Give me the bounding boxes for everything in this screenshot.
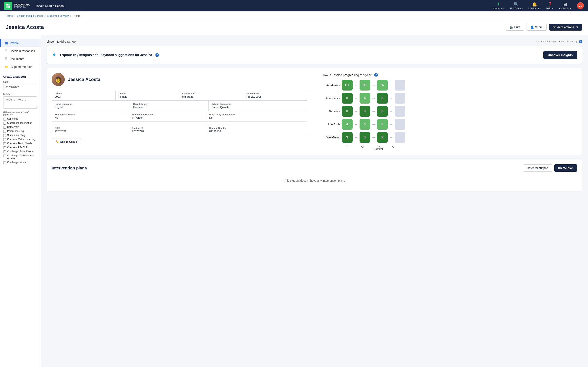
form-title: Create a support	[3, 75, 37, 78]
arrow-connector: →	[354, 96, 358, 100]
notifications-button[interactable]: 🔔 Notifications	[528, 2, 541, 9]
vertical-divider	[312, 73, 312, 150]
grade-box[interactable]: 0	[360, 106, 370, 117]
share-button[interactable]: 👤 Share	[527, 24, 546, 31]
help-button[interactable]: ❓ Help ↗	[546, 2, 553, 10]
sidebar-item-profile[interactable]: ▦ Profile	[0, 39, 41, 47]
uncover-insights-button[interactable]: Uncover insights	[543, 51, 577, 59]
preK-value: No	[209, 116, 304, 119]
sidebar-item-checkin[interactable]: ☰ Check-in responses	[0, 47, 41, 55]
svg-rect-0	[6, 4, 8, 6]
add-to-group-button[interactable]: ✏️ Add to Group	[52, 138, 81, 145]
checkbox-item[interactable]: Challenge: Tech/Internet Access	[3, 154, 37, 160]
checkbox-input[interactable]	[3, 150, 6, 153]
grade-box[interactable]	[395, 132, 405, 143]
grade-box[interactable]: 4	[342, 119, 353, 130]
grade-box[interactable]: C+	[360, 80, 370, 91]
section504-value: No	[55, 116, 126, 119]
grade-box[interactable]: 0	[342, 106, 353, 117]
breadcrumb-sep-3: ›	[70, 14, 71, 17]
checkbox-item[interactable]: Check-in: Life Skills	[3, 146, 37, 149]
add-to-group-label: Add to Group	[60, 140, 77, 143]
checkbox-item[interactable]: Call home	[3, 117, 37, 120]
checkbox-input[interactable]	[3, 134, 6, 137]
checkbox-input[interactable]	[3, 122, 6, 125]
checkbox-input[interactable]	[3, 118, 6, 120]
preK-label: Pre K Early Intervention	[209, 113, 304, 116]
grade-box[interactable]: 0	[377, 93, 388, 104]
checkbox-label: Home visit	[7, 125, 18, 128]
grade-box[interactable]: 3	[377, 119, 388, 130]
sync-time: about 2 hours ago	[558, 40, 578, 43]
grade-box[interactable]	[395, 93, 405, 104]
create-plan-button[interactable]: Create plan	[554, 164, 577, 172]
checkbox-input[interactable]	[3, 146, 6, 149]
help-label: Help ↗	[546, 7, 553, 10]
checkbox-label: Parent meeting	[7, 130, 24, 133]
print-button[interactable]: 🖨️ Print	[506, 24, 524, 31]
progress-row-label: Life Skills	[322, 123, 340, 126]
checkbox-item[interactable]: Check-in: Basic Needs	[3, 142, 37, 145]
grade-box[interactable]: 4	[360, 119, 370, 130]
grade-box[interactable]: C-	[377, 80, 388, 91]
grade-box[interactable]: 0	[342, 93, 353, 104]
checkbox-input[interactable]	[3, 142, 6, 145]
progress-row-label: Well-Being	[322, 136, 340, 139]
grade-box[interactable]	[395, 80, 405, 91]
grade-box[interactable]	[395, 106, 405, 117]
arrow-connector: →	[354, 135, 358, 140]
checkbox-list: Call homeClassroom observationHome visit…	[3, 117, 37, 164]
student-card-inner: 👩 Jessica Acosta Cohort 2023	[52, 73, 577, 150]
checkbox-item[interactable]: Challenge: Basic Needs	[3, 150, 37, 153]
checkbox-input[interactable]	[3, 155, 6, 157]
grade-box[interactable]	[395, 119, 405, 130]
insights-tooltip-icon[interactable]: ?	[155, 53, 159, 57]
grade-box[interactable]: 4	[360, 93, 370, 104]
profile-button[interactable]: CL	[577, 2, 584, 9]
checkbox-item[interactable]: Parent meeting	[3, 130, 37, 133]
checkbox-input[interactable]	[3, 138, 6, 141]
breadcrumb-school[interactable]: Lincoln Middle School	[17, 14, 43, 17]
grade-box[interactable]: 3	[377, 132, 388, 143]
checkbox-input[interactable]	[3, 126, 6, 129]
solara-chat-button[interactable]: ✦ Solara Chat	[493, 2, 504, 10]
progress-tooltip-icon[interactable]: ?	[374, 73, 378, 77]
breadcrumb-sep-2: ›	[44, 14, 45, 17]
checkbox-input[interactable]	[3, 130, 6, 133]
checkbox-item[interactable]: Home visit	[3, 125, 37, 129]
student-actions-button[interactable]: Student actions ▼	[549, 24, 582, 31]
sidebar-item-referrals[interactable]: 📁 Support referrals	[0, 63, 41, 71]
progress-panel: How is Jessica progressing this year? ? …	[317, 73, 577, 150]
grade-box[interactable]: 0	[377, 106, 388, 117]
applications-button[interactable]: ⊞ Applications	[559, 2, 571, 9]
refer-support-button[interactable]: Refer for support	[523, 164, 552, 172]
grade-box[interactable]: B+	[342, 80, 353, 91]
breadcrumb-home[interactable]: Home	[6, 14, 13, 17]
dcid-label: DCID	[55, 127, 126, 129]
info-grid-row1: Cohort 2023 Gender Female Grade Level 8t…	[52, 90, 307, 101]
sidebar-item-documents[interactable]: ☰ Documents	[0, 55, 41, 63]
logo[interactable]: PANORAMA EDUCATION	[4, 2, 30, 10]
checkbox-item[interactable]: Check-in: Virtual Learning	[3, 138, 37, 141]
checkbox-input[interactable]	[3, 161, 6, 164]
modeinstr-cell: Mode of Instruction In Person	[129, 111, 206, 121]
checkbox-item[interactable]: Student meeting	[3, 134, 37, 137]
grade-box[interactable]: 3	[360, 132, 370, 143]
gender-cell: Gender Female	[116, 90, 179, 100]
intervention-section: Intervention plans Refer for support Cre…	[47, 159, 582, 192]
progress-row: Attendance0→4→0→	[322, 93, 577, 104]
date-input[interactable]	[3, 84, 37, 90]
checkbox-item[interactable]: Challenge: Virtual	[3, 161, 37, 164]
checkbox-item[interactable]: Classroom observation	[3, 122, 37, 125]
print-label: Print	[514, 25, 520, 29]
grade-box[interactable]: 3	[342, 132, 353, 143]
race-value: Hispanic	[133, 106, 206, 109]
student-header: 👩 Jessica Acosta	[52, 73, 307, 86]
studentnum-label: Student Number	[209, 127, 304, 129]
breadcrumb-overview[interactable]: Students overview	[47, 14, 69, 17]
sync-info-icon[interactable]: i	[579, 40, 582, 43]
school-name: Lincoln Middle School	[35, 4, 65, 8]
notes-textarea[interactable]	[3, 96, 37, 109]
arrow-connector: →	[389, 122, 393, 127]
find-student-button[interactable]: 🔍 Find Student	[510, 2, 523, 9]
